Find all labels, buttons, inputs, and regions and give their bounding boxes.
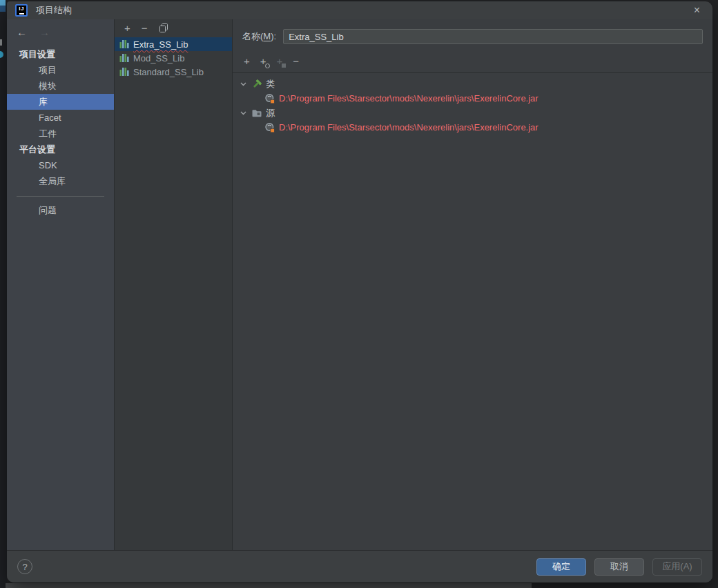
dialog-titlebar: IJ 项目结构 × (7, 1, 712, 19)
background-app-edge (0, 0, 7, 588)
dialog-footer: ? 确定 取消 应用(A) (7, 550, 712, 582)
library-list-item[interactable]: Extra_SS_Lib (115, 37, 232, 51)
library-list-item[interactable]: Mod_SS_Lib (115, 51, 232, 65)
library-editor-toolbar: + + + − (233, 52, 712, 72)
library-list-item[interactable]: Standard_SS_Lib (115, 65, 232, 79)
background-breakpoint-dot (0, 51, 3, 58)
tree-node-jar-path[interactable]: D:\Program Files\Starsector\mods\Nexerel… (233, 120, 712, 135)
copy-library-icon[interactable] (159, 23, 168, 34)
intellij-logo-icon: IJ (15, 4, 28, 17)
tree-node-classes[interactable]: 类 (233, 77, 712, 91)
jar-file-icon (264, 122, 275, 133)
sidebar-item-facets[interactable]: Facet (7, 110, 114, 126)
apply-button[interactable]: 应用(A) (652, 558, 702, 576)
library-name: Standard_SS_Lib (133, 67, 204, 77)
close-icon[interactable]: × (690, 3, 704, 17)
ok-button[interactable]: 确定 (536, 558, 586, 576)
background-statusbar-edge (6, 583, 532, 588)
chevron-down-icon[interactable] (238, 111, 248, 115)
library-name: Mod_SS_Lib (133, 53, 184, 63)
sidebar-item-artifacts[interactable]: 工件 (7, 126, 114, 141)
name-field-label: 名称(M): (242, 30, 276, 43)
cancel-button[interactable]: 取消 (594, 558, 644, 576)
add-root-icon[interactable]: + (244, 57, 250, 66)
sidebar-item-problems[interactable]: 问题 (7, 202, 114, 218)
question-mark-icon: ? (22, 562, 27, 572)
library-roots-tree: 类 D:\Program Files\Starsector\mods\Nexer… (233, 73, 712, 135)
chevron-down-icon[interactable] (238, 82, 248, 86)
add-jar-directory-icon[interactable]: + (260, 57, 266, 66)
library-icon (119, 67, 129, 77)
library-list-toolbar: + − (115, 19, 232, 37)
library-editor-panel: 名称(M): + + + − (233, 19, 712, 550)
tree-node-jar-path[interactable]: D:\Program Files\Starsector\mods\Nexerel… (233, 91, 712, 106)
remove-root-icon[interactable]: − (293, 57, 299, 66)
history-nav: ← → (7, 19, 114, 46)
footer-buttons: 确定 取消 应用(A) (536, 558, 702, 576)
jar-path-text: D:\Program Files\Starsector\mods\Nexerel… (279, 93, 538, 104)
back-arrow-icon[interactable]: ← (17, 26, 27, 38)
sidebar-item-project[interactable]: 项目 (7, 62, 114, 78)
sidebar-item-sdk[interactable]: SDK (7, 157, 114, 173)
exclude-root-icon[interactable]: + (277, 57, 283, 66)
sources-root-icon (251, 108, 262, 119)
dialog-body: ← → 项目设置 项目 模块 库 Facet 工件 平台设置 SDK 全局库 问… (7, 19, 712, 550)
dialog-title: 项目结构 (36, 4, 72, 17)
library-list-panel: + − Extra_SS_Lib (114, 19, 233, 550)
library-icon (119, 39, 129, 49)
jar-file-icon (264, 93, 275, 104)
help-button[interactable]: ? (17, 559, 32, 574)
settings-sidebar: ← → 项目设置 项目 模块 库 Facet 工件 平台设置 SDK 全局库 问… (7, 19, 114, 550)
tree-node-label: 类 (266, 78, 275, 90)
project-structure-dialog: IJ 项目结构 × ← → 项目设置 项目 模块 库 Facet 工件 平台设置… (7, 1, 712, 582)
library-name-row: 名称(M): (233, 19, 712, 52)
jar-path-text: D:\Program Files\Starsector\mods\Nexerel… (279, 122, 538, 133)
background-tick-mark (0, 39, 2, 46)
classes-root-icon (251, 79, 262, 90)
background-toolbar-icon (0, 0, 6, 12)
sidebar-item-global-libraries[interactable]: 全局库 (7, 173, 114, 189)
section-header-platform-settings: 平台设置 (7, 141, 114, 157)
sidebar-item-libraries[interactable]: 库 (7, 94, 114, 110)
library-icon (119, 53, 129, 63)
library-name: Extra_SS_Lib (133, 39, 188, 50)
library-name-input[interactable] (283, 29, 703, 44)
forward-arrow-icon: → (39, 26, 50, 38)
intellij-logo-text: IJ (19, 6, 24, 12)
sidebar-item-modules[interactable]: 模块 (7, 78, 114, 94)
tree-node-sources[interactable]: 源 (233, 106, 712, 120)
section-header-project-settings: 项目设置 (7, 46, 114, 62)
add-library-icon[interactable]: + (124, 23, 130, 33)
background-window-edge (532, 583, 718, 588)
sidebar-divider (17, 196, 104, 197)
remove-library-icon[interactable]: − (142, 23, 148, 33)
tree-node-label: 源 (266, 107, 275, 119)
